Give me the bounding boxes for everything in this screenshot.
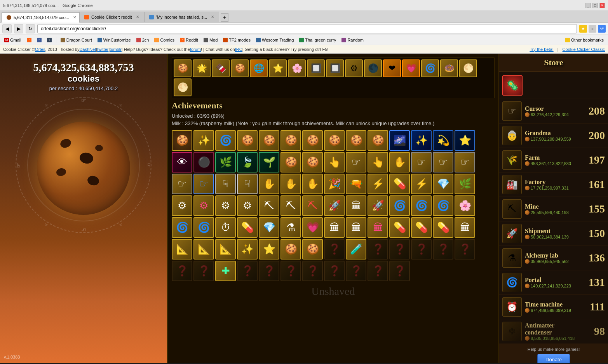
achievement-item[interactable]: ☞ <box>346 152 366 172</box>
tab-close-reddit[interactable]: ✕ <box>136 15 139 19</box>
achievement-item[interactable]: 🌿 <box>215 152 236 172</box>
achievement-item[interactable]: ⚡ <box>411 174 432 194</box>
achievement-item[interactable]: 🌱 <box>259 152 279 172</box>
info-twitter-link[interactable]: twitter <box>97 47 108 52</box>
special-upgrade-item[interactable]: 🦠 <box>502 75 523 96</box>
achievement-item-locked[interactable]: ❓ <box>389 261 410 281</box>
upgrade-item[interactable]: 🌕 <box>459 59 477 77</box>
achievement-item[interactable]: 🍪 <box>302 130 323 151</box>
achievement-item[interactable]: 🍪 <box>237 130 258 151</box>
tab-close-income[interactable]: ✕ <box>211 15 214 19</box>
bookmark-gmail[interactable]: M Gmail <box>2 37 23 43</box>
achievement-item[interactable]: 🌀 <box>215 130 236 151</box>
achievement-item[interactable]: 💫 <box>433 130 453 151</box>
address-bar[interactable]: orteil.dashnet.org/cookieclicker/ <box>37 24 577 33</box>
achievement-item[interactable]: 🚀 <box>324 195 345 216</box>
bookmark-reddit2[interactable]: r <box>25 37 33 43</box>
try-beta-link[interactable]: Try the beta! <box>530 47 553 52</box>
achievement-item[interactable]: 🎉 <box>324 174 345 194</box>
achievement-item[interactable]: ⛏ <box>280 195 301 216</box>
achievement-item[interactable]: 💊 <box>411 217 432 238</box>
achievement-item[interactable]: ✋ <box>259 174 279 194</box>
store-item-timemachine[interactable]: ⏰ Time machine 674,489,598,099,219 111 <box>499 295 608 319</box>
achievement-item[interactable]: ✋ <box>302 174 323 194</box>
achievement-item[interactable]: ☞ <box>172 174 192 194</box>
upgrade-item[interactable]: 🌸 <box>288 59 306 77</box>
achievement-item[interactable]: ✨ <box>411 130 432 151</box>
classic-link[interactable]: Cookie Clicker Classic <box>563 47 605 52</box>
store-item-grandma[interactable]: 👵 Grandma 137,901,208,049,559 200 <box>499 124 608 148</box>
upgrade-item[interactable]: 🍫 <box>212 59 230 77</box>
achievement-item[interactable]: 🚀 <box>368 195 388 216</box>
upgrade-item[interactable]: 🌑 <box>364 59 382 77</box>
upgrade-item[interactable]: ❤ <box>383 59 401 77</box>
upgrade-item[interactable]: 🌐 <box>250 59 268 77</box>
achievement-item[interactable]: 🍪 <box>280 152 301 172</box>
achievement-item[interactable]: ✋ <box>389 152 410 172</box>
achievement-item[interactable]: 💗 <box>302 217 323 238</box>
achievement-item-locked[interactable]: ❓ <box>368 239 388 260</box>
achievement-item[interactable]: 🍪 <box>280 239 301 260</box>
store-item-factory[interactable]: 🏭 Factory 17,761,250,997,331 161 <box>499 172 608 197</box>
achievement-item[interactable]: 👆 <box>368 152 388 172</box>
achievement-item[interactable]: 🔫 <box>346 174 366 194</box>
upgrade-item[interactable]: 🔲 <box>326 59 344 77</box>
achievement-item[interactable]: ⭐ <box>455 130 475 151</box>
bookmark-reddit3[interactable]: r Reddit <box>178 37 200 43</box>
achievement-item[interactable]: 🌀 <box>411 195 432 216</box>
achievement-item[interactable]: 🏛 <box>455 217 475 238</box>
tab-reddit[interactable]: Cookie Clicker: reddit ✕ <box>79 12 144 22</box>
achievement-item[interactable]: ⚫ <box>193 152 214 172</box>
achievement-item[interactable]: ☟ <box>237 174 258 194</box>
store-item-mine[interactable]: ⛏ Mine 25,595,596,480,193 155 <box>499 197 608 221</box>
minimize-button[interactable]: _ <box>585 3 591 8</box>
achievement-item[interactable]: ☞ <box>411 152 432 172</box>
back-button[interactable]: ◀ <box>2 24 12 33</box>
achievement-item[interactable]: 🏛 <box>346 217 366 238</box>
achievement-item[interactable]: ✋ <box>280 174 301 194</box>
achievement-item[interactable]: ✚ <box>215 261 236 281</box>
achievement-item[interactable]: ⚙ <box>193 195 214 216</box>
forward-button[interactable]: ▶ <box>14 24 23 33</box>
achievement-item-locked[interactable]: ❓ <box>280 261 301 281</box>
achievement-item[interactable]: 💊 <box>433 217 453 238</box>
other-bookmarks[interactable]: Other bookmarks <box>563 37 606 43</box>
achievement-item[interactable]: 🏛 <box>368 217 388 238</box>
achievement-item[interactable]: ✨ <box>237 239 258 260</box>
store-item-antimatter[interactable]: ⚛ Antimatter condenser 8,505,018,956,051… <box>499 319 608 344</box>
bookmark-wescom[interactable]: Wescom Trading <box>254 37 296 43</box>
achievement-item[interactable]: 🌸 <box>455 195 475 216</box>
achievement-item[interactable]: 📐 <box>215 239 236 260</box>
info-orteil-link[interactable]: Orteil <box>35 47 45 52</box>
info-dashnet-link[interactable]: DashNet <box>79 47 96 52</box>
achievement-item[interactable]: 🏛 <box>346 195 366 216</box>
store-item-portal[interactable]: 🌀 Portal 149,027,241,329,223 131 <box>499 270 608 295</box>
achievement-item[interactable]: 🏛 <box>324 217 345 238</box>
achievement-item[interactable]: 🌿 <box>455 174 475 194</box>
star-icon[interactable]: ★ <box>579 25 587 33</box>
achievement-item[interactable]: 🍪 <box>302 239 323 260</box>
achievement-item-locked[interactable]: ❓ <box>433 239 453 260</box>
achievement-item[interactable]: 🍪 <box>259 130 279 151</box>
achievement-item[interactable]: 💊 <box>389 217 410 238</box>
achievement-item[interactable]: 💎 <box>259 217 279 238</box>
upgrade-item[interactable]: 🌀 <box>421 59 439 77</box>
tab-close-cookieclicker[interactable]: ✕ <box>73 15 76 19</box>
bookmark-dragoncourt[interactable]: Dragon Court <box>59 37 94 43</box>
new-tab-button[interactable]: + <box>221 13 228 22</box>
achievement-item[interactable]: ☞ <box>193 174 214 194</box>
maximize-button[interactable]: □ <box>592 3 598 8</box>
achievement-item[interactable]: 🍪 <box>280 130 301 151</box>
achievement-item[interactable]: 🌀 <box>389 195 410 216</box>
achievement-item[interactable]: ⚗ <box>280 217 301 238</box>
upgrade-item[interactable]: ⚙ <box>345 59 363 77</box>
achievement-item[interactable]: 👆 <box>324 152 345 172</box>
upgrade-item[interactable]: 🍪 <box>231 59 249 77</box>
achievement-item[interactable]: 🧪 <box>346 239 366 260</box>
bookmark-comics[interactable]: Comics <box>152 37 176 43</box>
upgrade-item[interactable]: 🌕 <box>174 78 192 96</box>
achievement-item[interactable]: 📐 <box>193 239 214 260</box>
upgrade-item[interactable]: 🔲 <box>307 59 325 77</box>
bookmark-tumblr[interactable]: t <box>45 37 54 43</box>
achievement-item[interactable]: 🌀 <box>433 195 453 216</box>
